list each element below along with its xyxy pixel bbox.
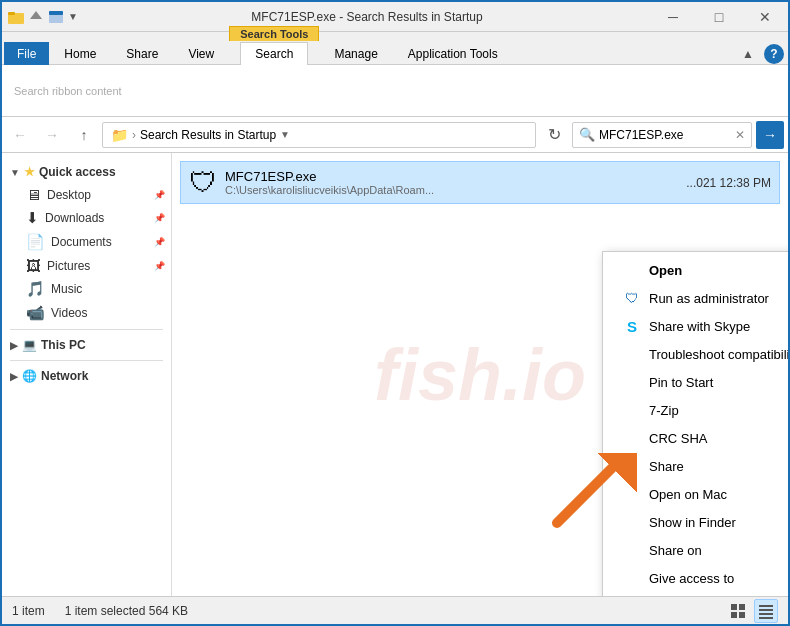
ctx-open-icon	[623, 261, 641, 279]
svg-rect-13	[759, 613, 773, 615]
pin-icon-pictures: 📌	[154, 261, 165, 271]
title-bar-title: MFC71ESP.exe - Search Results in Startup	[84, 2, 650, 31]
up-icon	[28, 9, 44, 25]
folder-icon	[8, 9, 24, 25]
tab-home[interactable]: Home	[49, 42, 111, 65]
quick-access-header[interactable]: ▼ ★ Quick access	[2, 161, 171, 183]
ctx-troubleshoot-label: Troubleshoot compatibility	[649, 347, 788, 362]
ctx-open-mac[interactable]: Open on Mac	[603, 480, 788, 508]
ctx-crc-icon	[623, 429, 641, 447]
up-button[interactable]: ↑	[70, 121, 98, 149]
search-icon: 🔍	[579, 127, 595, 142]
dropdown-arrow[interactable]: ▼	[68, 11, 78, 22]
svg-marker-2	[30, 11, 42, 19]
help-btn[interactable]: ?	[764, 44, 784, 64]
maximize-button[interactable]: □	[696, 2, 742, 31]
sidebar-item-videos-label: Videos	[51, 306, 87, 320]
address-path[interactable]: 📁 › Search Results in Startup ▼	[102, 122, 536, 148]
title-bar-controls: ─ □ ✕	[650, 2, 788, 31]
file-date: ...021 12:38 PM	[686, 176, 771, 190]
ctx-give-access-icon	[623, 569, 641, 587]
ctx-share-skype-label: Share with Skype	[649, 319, 750, 334]
toolbar-icon-1	[48, 9, 64, 25]
search-tools-header: Search Tools	[229, 26, 319, 41]
quick-access-star-icon: ★	[24, 165, 35, 179]
videos-icon: 📹	[26, 304, 45, 322]
pictures-icon: 🖼	[26, 257, 41, 274]
file-item[interactable]: 🛡 MFC71ESP.exe C:\Users\karolisliucveiki…	[180, 161, 780, 204]
this-pc-section: ▶ 💻 This PC	[2, 334, 171, 356]
minimize-button[interactable]: ─	[650, 2, 696, 31]
item-count: 1 item	[12, 604, 45, 618]
tab-app-tools[interactable]: Application Tools	[393, 42, 513, 65]
svg-rect-1	[8, 12, 15, 15]
svg-rect-7	[731, 604, 737, 610]
sidebar-item-downloads[interactable]: ⬇ Downloads 📌	[2, 206, 171, 230]
tab-share[interactable]: Share	[111, 42, 173, 65]
sidebar-item-videos[interactable]: 📹 Videos	[2, 301, 171, 325]
refresh-button[interactable]: ↻	[540, 121, 568, 149]
ctx-share-on-icon	[623, 541, 641, 559]
tab-view[interactable]: View	[173, 42, 229, 65]
tab-file[interactable]: File	[4, 42, 49, 65]
search-input[interactable]	[599, 128, 731, 142]
back-button[interactable]: ←	[6, 121, 34, 149]
sidebar-item-music[interactable]: 🎵 Music	[2, 277, 171, 301]
sidebar-item-documents[interactable]: 📄 Documents 📌	[2, 230, 171, 254]
sidebar: ▼ ★ Quick access 🖥 Desktop 📌 ⬇ Downloads…	[2, 153, 172, 596]
main-area: ▼ ★ Quick access 🖥 Desktop 📌 ⬇ Downloads…	[2, 153, 788, 596]
ctx-share-on[interactable]: Share on ›	[603, 536, 788, 564]
list-view-button[interactable]	[754, 599, 778, 623]
network-icon: 🌐	[22, 369, 37, 383]
network-header[interactable]: ▶ 🌐 Network	[2, 365, 171, 387]
forward-button[interactable]: →	[38, 121, 66, 149]
window: ▼ MFC71ESP.exe - Search Results in Start…	[0, 0, 790, 626]
sidebar-divider-1	[10, 329, 163, 330]
ctx-crc-sha-label: CRC SHA	[649, 431, 708, 446]
sidebar-item-desktop[interactable]: 🖥 Desktop 📌	[2, 183, 171, 206]
ctx-pin-label: Pin to Start	[649, 375, 713, 390]
title-bar-icons: ▼	[2, 2, 84, 31]
tab-manage[interactable]: Manage	[319, 42, 392, 65]
sidebar-item-pictures-label: Pictures	[47, 259, 90, 273]
ctx-7zip[interactable]: 7-Zip ›	[603, 396, 788, 424]
ribbon: File Home Share View Search Tools Search…	[2, 32, 788, 117]
ctx-give-access[interactable]: Give access to ›	[603, 564, 788, 592]
ctx-pin-start[interactable]: Pin to Start	[603, 368, 788, 396]
sidebar-item-pictures[interactable]: 🖼 Pictures 📌	[2, 254, 171, 277]
ctx-troubleshoot-icon	[623, 345, 641, 363]
search-clear-icon[interactable]: ✕	[735, 128, 745, 142]
ctx-troubleshoot[interactable]: Troubleshoot compatibility	[603, 340, 788, 368]
path-text: Search Results in Startup	[140, 128, 276, 142]
this-pc-header[interactable]: ▶ 💻 This PC	[2, 334, 171, 356]
ribbon-collapse-btn[interactable]: ▲	[736, 45, 760, 63]
watermark: fish.io	[374, 334, 586, 416]
pin-icon-desktop: 📌	[154, 190, 165, 200]
close-button[interactable]: ✕	[742, 2, 788, 31]
grid-view-button[interactable]	[726, 599, 750, 623]
ctx-open[interactable]: Open	[603, 256, 788, 284]
ctx-share-skype[interactable]: S Share with Skype	[603, 312, 788, 340]
ctx-open-mac-label: Open on Mac	[649, 487, 727, 502]
ctx-crc-sha[interactable]: CRC SHA ›	[603, 424, 788, 452]
path-chevron[interactable]: ▼	[280, 129, 290, 140]
pin-icon-documents: 📌	[154, 237, 165, 247]
title-bar: ▼ MFC71ESP.exe - Search Results in Start…	[2, 2, 788, 32]
downloads-icon: ⬇	[26, 209, 39, 227]
ctx-show-finder-icon	[623, 513, 641, 531]
ctx-give-access-label: Give access to	[649, 571, 734, 586]
search-go-button[interactable]: →	[756, 121, 784, 149]
ctx-pin-icon	[623, 373, 641, 391]
search-box[interactable]: 🔍 ✕	[572, 122, 752, 148]
ctx-share[interactable]: ↗ Share	[603, 452, 788, 480]
context-menu: Open 🛡 Run as administrator S Share with…	[602, 251, 788, 596]
ctx-run-admin[interactable]: 🛡 Run as administrator	[603, 284, 788, 312]
ctx-7zip-icon	[623, 401, 641, 419]
ctx-restore[interactable]: Restore previous versions	[603, 592, 788, 596]
tab-search[interactable]: Search	[240, 42, 308, 65]
status-bar: 1 item 1 item selected 564 KB	[2, 596, 788, 624]
sidebar-item-desktop-label: Desktop	[47, 188, 91, 202]
ctx-skype-icon: S	[623, 317, 641, 335]
ctx-show-finder[interactable]: Show in Finder	[603, 508, 788, 536]
selected-info: 1 item selected 564 KB	[65, 604, 188, 618]
